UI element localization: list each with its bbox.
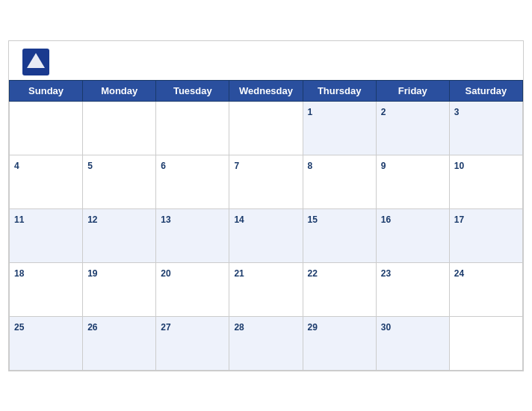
calendar-cell: 9 (376, 155, 449, 208)
logo (22, 49, 52, 75)
calendar-cell: 7 (229, 155, 303, 208)
day-number: 19 (87, 268, 97, 279)
day-number: 15 (308, 214, 318, 225)
calendar-cell (449, 316, 522, 370)
calendar-cell: 13 (156, 208, 229, 262)
weekday-header: Monday (83, 80, 156, 101)
calendar-cell: 29 (303, 316, 376, 370)
day-number: 1 (308, 107, 313, 117)
weekday-header: Thursday (303, 80, 376, 101)
day-number: 21 (234, 268, 244, 279)
calendar-cell: 24 (449, 262, 522, 316)
calendar-cell: 22 (303, 262, 376, 316)
calendar-cell: 20 (156, 262, 229, 316)
calendar-cell: 2 (376, 101, 449, 155)
calendar-cell: 12 (83, 208, 156, 262)
weekday-header: Saturday (449, 80, 522, 101)
calendar-cell: 8 (303, 155, 376, 208)
day-number: 9 (381, 161, 386, 171)
calendar-cell: 19 (83, 262, 156, 316)
day-number: 17 (454, 214, 464, 225)
day-number: 23 (381, 268, 391, 279)
calendar-cell: 10 (449, 155, 522, 208)
day-number: 25 (14, 322, 24, 333)
day-number: 27 (161, 322, 170, 333)
day-number: 16 (381, 214, 391, 225)
day-number: 14 (234, 214, 244, 225)
calendar-cell: 18 (10, 262, 83, 316)
day-number: 30 (381, 322, 391, 333)
weekday-header-row: SundayMondayTuesdayWednesdayThursdayFrid… (10, 80, 523, 101)
logo-icon (22, 49, 49, 75)
calendar-week-row: 45678910 (10, 155, 523, 208)
day-number: 24 (454, 268, 464, 279)
calendar-cell (156, 101, 229, 155)
day-number: 10 (454, 161, 464, 171)
calendar-cell (83, 101, 156, 155)
day-number: 4 (14, 161, 19, 171)
calendar-cell: 15 (303, 208, 376, 262)
day-number: 6 (161, 161, 166, 171)
day-number: 11 (14, 214, 24, 225)
weekday-header: Friday (376, 80, 449, 101)
calendar-cell: 14 (229, 208, 303, 262)
weekday-header: Wednesday (229, 80, 303, 101)
calendar-cell: 3 (449, 101, 522, 155)
day-number: 26 (87, 322, 97, 333)
calendar-cell: 1 (303, 101, 376, 155)
calendar-week-row: 11121314151617 (10, 208, 523, 262)
day-number: 28 (234, 322, 244, 333)
calendar-cell: 11 (10, 208, 83, 262)
weekday-header: Sunday (10, 80, 83, 101)
day-number: 12 (87, 214, 97, 225)
calendar-grid: SundayMondayTuesdayWednesdayThursdayFrid… (9, 80, 523, 371)
calendar-week-row: 123 (10, 101, 523, 155)
day-number: 22 (308, 268, 318, 279)
calendar-week-row: 252627282930 (10, 316, 523, 370)
calendar-week-row: 18192021222324 (10, 262, 523, 316)
day-number: 3 (454, 107, 460, 117)
calendar-cell: 5 (83, 155, 156, 208)
calendar-cell: 4 (10, 155, 83, 208)
weekday-header: Tuesday (156, 80, 229, 101)
day-number: 20 (161, 268, 170, 279)
calendar-cell (10, 101, 83, 155)
calendar-cell: 27 (156, 316, 229, 370)
calendar-container: SundayMondayTuesdayWednesdayThursdayFrid… (8, 40, 524, 371)
calendar-cell: 16 (376, 208, 449, 262)
calendar-cell: 30 (376, 316, 449, 370)
calendar-cell: 23 (376, 262, 449, 316)
day-number: 13 (161, 214, 170, 225)
day-number: 5 (87, 161, 93, 171)
day-number: 29 (308, 322, 318, 333)
calendar-body: 1234567891011121314151617181920212223242… (10, 101, 523, 370)
calendar-cell: 26 (83, 316, 156, 370)
day-number: 2 (381, 107, 386, 117)
calendar-cell (229, 101, 303, 155)
calendar-cell: 25 (10, 316, 83, 370)
calendar-cell: 21 (229, 262, 303, 316)
calendar-cell: 17 (449, 208, 522, 262)
calendar-header (9, 41, 523, 80)
day-number: 18 (14, 268, 24, 279)
calendar-cell: 6 (156, 155, 229, 208)
calendar-cell: 28 (229, 316, 303, 370)
day-number: 7 (234, 161, 239, 171)
day-number: 8 (308, 161, 313, 171)
